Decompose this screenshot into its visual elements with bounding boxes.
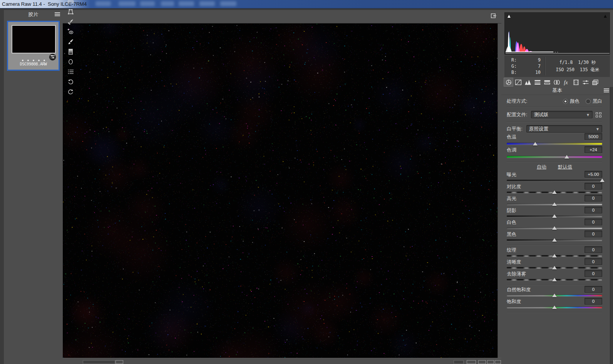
histogram[interactable]: ▲ ▲: [504, 12, 610, 55]
slider-value[interactable]: 0: [585, 230, 602, 237]
slider-value[interactable]: 0: [585, 219, 602, 225]
slider-value[interactable]: +5.00: [585, 171, 602, 178]
slider-row: 对比度0: [507, 184, 602, 195]
slider-label: 清晰度: [507, 259, 521, 265]
slider-label: 对比度: [507, 184, 521, 190]
slider-value[interactable]: 0: [585, 195, 602, 202]
split-toning-tab-icon[interactable]: [542, 78, 552, 87]
tone-curve-tab-icon[interactable]: [513, 78, 523, 87]
rotate-right-tool-icon[interactable]: [65, 87, 76, 97]
slider-value[interactable]: 0: [585, 207, 602, 214]
rgb-readout: R:9 G:7 B:10: [504, 57, 544, 75]
slider-thumb[interactable]: [552, 202, 557, 206]
slider-thumb[interactable]: [552, 294, 557, 297]
slider-track[interactable]: [507, 180, 602, 181]
bottom-nav-button-2[interactable]: [478, 360, 486, 364]
radio-icon: [586, 99, 591, 104]
slider-row: 去除薄雾0: [507, 271, 602, 283]
divider: [507, 122, 602, 122]
lens-corrections-tab-icon[interactable]: [552, 78, 561, 87]
slider-label: 色调: [507, 147, 516, 154]
slider-value[interactable]: 5000: [585, 133, 602, 140]
bottom-nav-button-3[interactable]: [487, 360, 494, 364]
titlebar-redacted-item: [95, 1, 111, 6]
slider-track[interactable]: [507, 143, 602, 145]
shadow-clipping-icon[interactable]: ▲: [506, 13, 513, 19]
camera-calibration-tab-icon[interactable]: [571, 78, 581, 87]
slider-row: 黑色0: [507, 231, 602, 243]
red-eye-tool-icon[interactable]: [65, 27, 76, 37]
slider-value[interactable]: 0: [585, 270, 602, 277]
radial-filter-tool-icon[interactable]: [65, 57, 76, 67]
highlight-clipping-icon[interactable]: ▲: [602, 13, 609, 19]
transform-tool-icon[interactable]: [65, 7, 76, 17]
basic-tab-icon[interactable]: [504, 78, 513, 87]
slider-thumb[interactable]: [564, 155, 569, 159]
zoom-level-select[interactable]: [83, 360, 115, 364]
thumbnail-image[interactable]: [12, 25, 56, 53]
slider-thumb[interactable]: [552, 254, 557, 257]
panel-scrollbar[interactable]: [610, 87, 613, 364]
panel-tabs: fx: [504, 78, 600, 87]
slider-track[interactable]: [507, 156, 602, 158]
slider-value[interactable]: +24: [585, 146, 602, 153]
slider-value[interactable]: 0: [585, 246, 602, 253]
slider-thumb[interactable]: [600, 179, 605, 182]
zoom-menu-button[interactable]: [116, 360, 123, 364]
bottom-nav-button-4[interactable]: [495, 360, 501, 364]
slider-row: 白色0: [507, 219, 602, 231]
bottom-dark-button[interactable]: [454, 360, 464, 364]
slider-row: 自然饱和度0: [507, 287, 602, 299]
titlebar-redacted-item: [119, 1, 136, 6]
b-label: B:: [511, 70, 517, 75]
filmstrip-menu-icon[interactable]: [55, 12, 60, 17]
white-balance-select[interactable]: 原照设置▼: [526, 125, 602, 133]
slider-value[interactable]: 0: [585, 258, 602, 265]
profile-browser-icon[interactable]: [596, 112, 602, 117]
slider-thumb[interactable]: [552, 190, 557, 194]
graduated-filter-tool-icon[interactable]: [65, 47, 76, 57]
toolbar: [63, 10, 501, 23]
window-titlebar[interactable]: Camera Raw 11.4 - Sony ILCE-7RM4: [0, 0, 613, 8]
slider-thumb[interactable]: [552, 238, 557, 242]
default-link[interactable]: 默认值: [558, 164, 573, 172]
slider-value[interactable]: 0: [585, 286, 602, 293]
r-value: 9: [538, 57, 541, 63]
profile-select[interactable]: 测试版▼: [531, 111, 593, 119]
snapshots-tab-icon[interactable]: [590, 78, 600, 87]
slider-thumb[interactable]: [552, 266, 557, 269]
image-preview[interactable]: [63, 23, 498, 359]
slider-thumb[interactable]: [533, 142, 538, 145]
auto-link[interactable]: 自动: [537, 164, 546, 172]
preferences-list-tool-icon[interactable]: [65, 67, 76, 77]
slider-row: 色温5000: [507, 134, 602, 147]
hsl-tab-icon[interactable]: [533, 78, 542, 87]
slider-row: 纹理0: [507, 247, 602, 259]
slider-label: 黑色: [507, 231, 516, 238]
slider-thumb[interactable]: [552, 278, 557, 281]
slider-value[interactable]: 0: [585, 298, 602, 305]
spot-removal-tool-icon[interactable]: [65, 17, 76, 27]
slider-label: 色温: [507, 134, 516, 140]
toggle-fullscreen-icon[interactable]: [490, 12, 497, 20]
filmstrip-thumbnail[interactable]: DSC09808.ARW: [7, 21, 60, 71]
slider-thumb[interactable]: [552, 306, 557, 309]
adjustment-brush-tool-icon[interactable]: [65, 37, 76, 47]
slider-value[interactable]: 0: [585, 183, 602, 190]
titlebar-redacted-item: [140, 1, 155, 6]
treatment-radio-bw[interactable]: 黑白: [586, 98, 602, 105]
effects-tab-icon[interactable]: fx: [561, 78, 571, 87]
titlebar-redacted-item: [199, 1, 215, 6]
straighten-tool-icon[interactable]: [65, 0, 76, 7]
slider-thumb[interactable]: [552, 214, 557, 218]
detail-tab-icon[interactable]: [523, 78, 533, 87]
slider-label: 白色: [507, 219, 516, 226]
slider-label: 纹理: [507, 247, 516, 254]
panel-menu-icon[interactable]: [604, 88, 609, 93]
rotate-left-tool-icon[interactable]: [65, 77, 76, 87]
slider-thumb[interactable]: [552, 226, 557, 230]
bottom-nav-button-1[interactable]: [467, 360, 476, 364]
treatment-radio-color[interactable]: 颜色: [563, 98, 580, 105]
presets-tab-icon[interactable]: [581, 78, 590, 87]
slider-label: 高光: [507, 195, 516, 202]
